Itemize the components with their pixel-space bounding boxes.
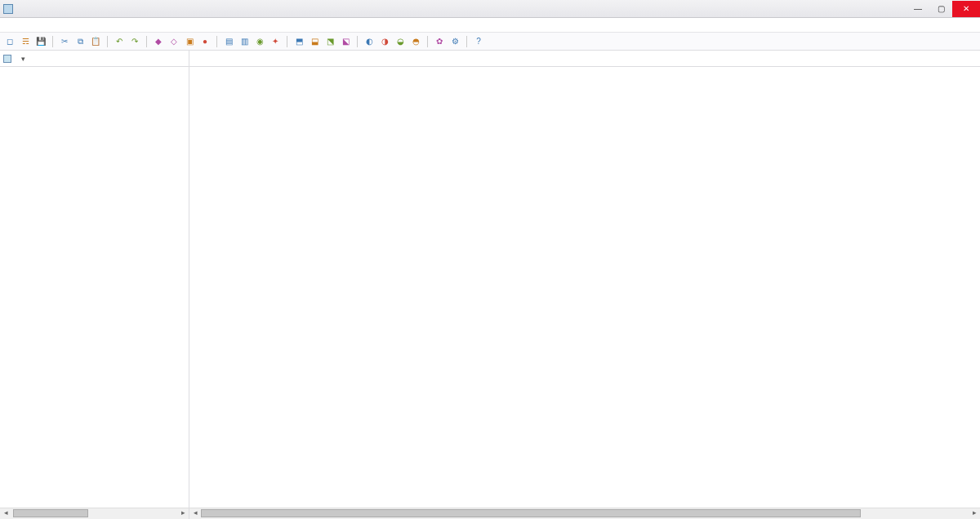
- tool-icon-n[interactable]: ◑: [378, 35, 391, 48]
- tree-icon: [3, 55, 11, 63]
- tool-icon-d[interactable]: ●: [198, 35, 212, 48]
- canvas-scroll-left-icon[interactable]: ◂: [189, 508, 201, 519]
- tool-paste-icon[interactable]: 📋: [89, 35, 102, 48]
- tool-icon-b[interactable]: ◇: [167, 35, 180, 48]
- scroll-right-icon[interactable]: ▸: [177, 508, 189, 519]
- minimize-button[interactable]: —: [906, 1, 929, 17]
- menu-bar: [0, 18, 980, 33]
- tool-help-icon[interactable]: ?: [472, 35, 485, 48]
- tool-copy-icon[interactable]: ⧉: [74, 35, 87, 48]
- tool-redo-icon[interactable]: ↷: [128, 35, 141, 48]
- tool-icon-k[interactable]: ⬔: [323, 35, 336, 48]
- scroll-thumb[interactable]: [13, 509, 88, 517]
- tool-icon-g[interactable]: ◉: [253, 35, 266, 48]
- tool-icon-q[interactable]: ✿: [433, 35, 446, 48]
- canvas-hscroll[interactable]: ◂ ▸: [189, 508, 980, 519]
- tool-icon-p[interactable]: ◓: [409, 35, 422, 48]
- tool-icon-l[interactable]: ⬕: [339, 35, 352, 48]
- tool-icon-m[interactable]: ◐: [363, 35, 376, 48]
- tool-icon-c[interactable]: ▣: [183, 35, 196, 48]
- tool-save-icon[interactable]: 💾: [34, 35, 47, 48]
- app-icon: [3, 4, 13, 14]
- main-area: ◂ ▸ ◂ ▸: [0, 67, 980, 519]
- tool-icon-j[interactable]: ⬓: [308, 35, 321, 48]
- tool-icon-r[interactable]: ⚙: [448, 35, 461, 48]
- scroll-left-icon[interactable]: ◂: [0, 508, 11, 519]
- tool-icon-o[interactable]: ◒: [394, 35, 407, 48]
- tool-icon-h[interactable]: ✦: [269, 35, 282, 48]
- project-tree-panel: ◂ ▸: [0, 67, 189, 519]
- maximize-button[interactable]: ▢: [929, 1, 952, 17]
- tool-icon-f[interactable]: ▥: [238, 35, 251, 48]
- tool-icon-i[interactable]: ⬒: [292, 35, 305, 48]
- tool-undo-icon[interactable]: ↶: [113, 35, 126, 48]
- main-toolbar: ◻ ☴ 💾 ✂ ⧉ 📋 ↶ ↷ ◆ ◇ ▣ ● ▤ ▥ ◉ ✦ ⬒ ⬓ ⬔ ⬕ …: [0, 33, 980, 51]
- tool-icon-a[interactable]: ◆: [152, 35, 165, 48]
- canvas-scroll-thumb[interactable]: [201, 509, 861, 517]
- tool-open-icon[interactable]: ☴: [19, 35, 32, 48]
- sidebar-hscroll[interactable]: ◂ ▸: [0, 508, 189, 519]
- tool-icon-e[interactable]: ▤: [222, 35, 235, 48]
- canvas-scroll-right-icon[interactable]: ▸: [969, 508, 980, 519]
- close-button[interactable]: ✕: [952, 1, 980, 17]
- tool-cut-icon[interactable]: ✂: [58, 35, 71, 48]
- diagram-canvas[interactable]: ◂ ▸: [189, 67, 980, 519]
- title-bar: — ▢ ✕: [0, 0, 980, 18]
- view-row: [0, 51, 980, 67]
- tool-new-icon[interactable]: ◻: [3, 35, 16, 48]
- module-selector[interactable]: [3, 55, 185, 63]
